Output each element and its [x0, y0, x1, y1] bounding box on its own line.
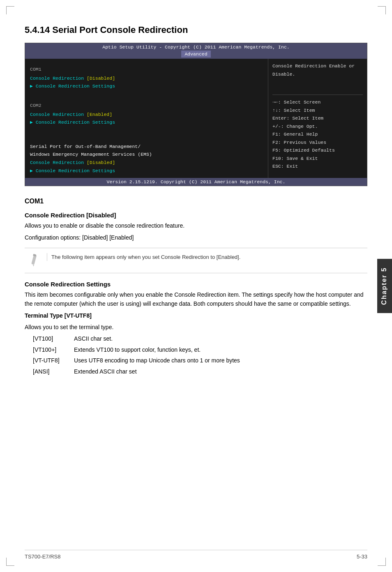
bios-right-panel: Console Redirection Enable or Disable. →…	[268, 59, 367, 178]
term-key-vt100plus: [VT100+]	[33, 345, 74, 354]
bios-content: COM1 Console Redirection [Disabled] ▶ Co…	[25, 59, 367, 178]
bios-header-text: Aptio Setup Utility - Copyright (C) 2011…	[102, 44, 289, 50]
term-key-vt100: [VT100]	[33, 334, 74, 343]
corner-mark-tl	[6, 6, 14, 14]
bios-com2-redirection: Console Redirection [Enabled]	[30, 111, 263, 119]
term-value-ansi: Extended ASCII char set	[74, 367, 367, 376]
bios-ems-settings: ▶ Console Redirection Settings	[30, 167, 263, 175]
console-redirection-settings-title: Console Redirection Settings	[25, 281, 367, 288]
terminal-type-desc: Allows you to set the terminal type.	[25, 323, 367, 332]
note-icon-container	[25, 253, 45, 268]
footer-left: TS700-E7/RS8	[25, 554, 60, 560]
bios-com1-redirection: Console Redirection [Disabled]	[30, 74, 263, 83]
bios-ems-label1: Serial Port for Out-of-Band Management/	[30, 143, 263, 151]
term-row-ansi: [ANSI] Extended ASCII char set	[33, 367, 367, 376]
bios-com2-label: COM2	[30, 101, 263, 110]
console-redirection-desc: Allows you to enable or disable the cons…	[25, 221, 367, 230]
bios-header-tab: Advanced	[181, 51, 210, 58]
term-row-vt100: [VT100] ASCII char set.	[33, 334, 367, 343]
com1-section: COM1 Console Redirection [Disabled] Allo…	[25, 198, 367, 376]
corner-mark-bl	[6, 558, 14, 566]
bios-key-esc: ESC: Exit	[272, 162, 363, 171]
bios-left-panel: COM1 Console Redirection [Disabled] ▶ Co…	[25, 59, 268, 178]
bios-footer: Version 2.15.1219. Copyright (C) 2011 Am…	[25, 178, 367, 186]
config-options: Configuration options: [Disabled] [Enabl…	[25, 233, 367, 242]
com1-title: COM1	[25, 198, 367, 205]
page-footer: TS700-E7/RS8 5-33	[25, 550, 367, 560]
bios-com2-settings: ▶ Console Redirection Settings	[30, 118, 263, 127]
term-value-vt100plus: Extends VT100 to support color, function…	[74, 345, 367, 354]
bios-header: Aptio Setup Utility - Copyright (C) 2011…	[25, 43, 367, 59]
bios-key-change-opt: +/-: Change Opt.	[272, 122, 363, 131]
bios-key-enter: Enter: Select Item	[272, 114, 363, 122]
note-box: The following item appears only when you…	[25, 248, 367, 273]
term-key-vtutf8: [VT-UTF8]	[33, 356, 74, 365]
bios-screenshot: Aptio Setup Utility - Copyright (C) 2011…	[25, 43, 367, 186]
bios-ems-label2: Windows Emergency Management Services (E…	[30, 150, 263, 159]
bios-com1-settings: ▶ Console Redirection Settings	[30, 82, 263, 90]
term-value-vtutf8: Uses UTF8 encoding to map Unicode chars …	[74, 356, 367, 365]
console-redirection-disabled-title: Console Redirection [Disabled]	[25, 212, 367, 219]
term-row-vt100plus: [VT100+] Extends VT100 to support color,…	[33, 345, 367, 354]
bios-key-f10: F10: Save & Exit	[272, 155, 363, 163]
bios-key-f2: F2: Previous Values	[272, 138, 363, 147]
term-row-vtutf8: [VT-UTF8] Uses UTF8 encoding to map Unic…	[33, 356, 367, 365]
footer-right: 5-33	[357, 554, 367, 560]
bios-key-select-item: ↑↓: Select Item	[272, 106, 363, 115]
note-text: The following item appears only when you…	[47, 253, 240, 261]
terminal-type-table: [VT100] ASCII char set. [VT100+] Extends…	[33, 334, 367, 376]
chapter-tab: Chapter 5	[377, 259, 392, 313]
bios-key-f5: F5: Optimized Defaults	[272, 146, 363, 155]
section-title: 5.4.14 Serial Port Console Redirection	[25, 25, 367, 35]
bios-com1-label: COM1	[30, 65, 263, 74]
bios-ems-redirection: Console Redirection [Disabled]	[30, 159, 263, 167]
bios-key-select-screen: →←: Select Screen	[272, 98, 363, 106]
pencil-icon	[28, 253, 42, 268]
page-container: Chapter 5 5.4.14 Serial Port Console Red…	[0, 0, 392, 572]
bios-keys: →←: Select Screen ↑↓: Select Item Enter:…	[272, 98, 363, 171]
bios-help-text: Console Redirection Enable or Disable.	[272, 62, 363, 95]
bios-key-f1: F1: General Help	[272, 130, 363, 138]
corner-mark-br	[378, 558, 386, 566]
console-redirection-settings-desc: This item becomes configurable only when…	[25, 290, 367, 309]
term-value-vt100: ASCII char set.	[74, 334, 367, 343]
corner-mark-tr	[378, 6, 386, 14]
term-key-ansi: [ANSI]	[33, 367, 74, 376]
terminal-type-title: Terminal Type [VT-UTF8]	[25, 311, 367, 320]
svg-marker-1	[33, 264, 35, 266]
terminal-type-section: Terminal Type [VT-UTF8] Allows you to se…	[25, 311, 367, 376]
